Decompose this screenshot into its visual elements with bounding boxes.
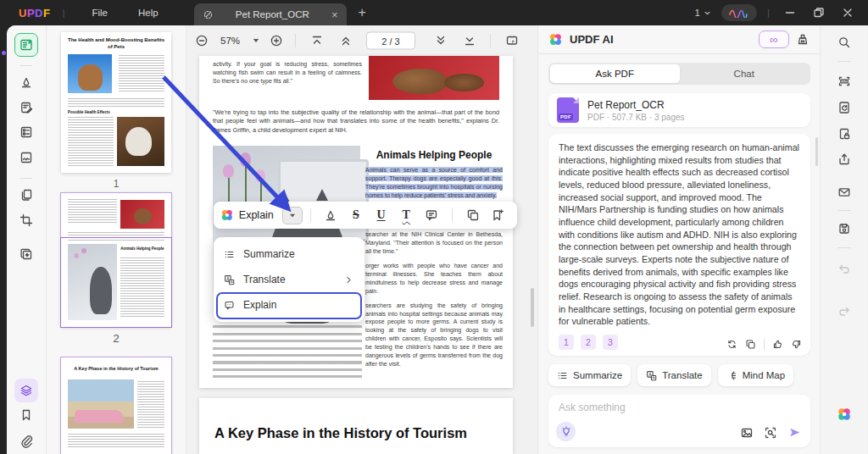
- prompt-ideas-button[interactable]: [556, 422, 576, 441]
- viewer-scrollbar[interactable]: [531, 288, 534, 327]
- divider: [764, 339, 765, 350]
- thumbs-up-icon[interactable]: [772, 339, 783, 350]
- pdf-badge: PDF: [559, 114, 573, 120]
- copy-button[interactable]: [460, 208, 486, 222]
- minimize-button[interactable]: [780, 3, 800, 23]
- zoom-out-button[interactable]: [195, 34, 209, 47]
- protect-pdf-button[interactable]: [837, 127, 851, 141]
- pdf-page-3[interactable]: A Key Phase in the History of Tourism: [199, 398, 513, 454]
- ask-input[interactable]: [559, 401, 796, 413]
- presentation-mode-button[interactable]: [505, 34, 519, 47]
- crop-tool-button[interactable]: [19, 213, 33, 227]
- comment-tool-button[interactable]: [19, 75, 33, 89]
- page2-selected-text[interactable]: Animals can serve as a source of comfort…: [365, 166, 503, 200]
- pdf-file-card[interactable]: PDF Pet Report_OCR PDF · 507.7 KB · 3 pa…: [548, 93, 810, 127]
- thumbs-down-icon[interactable]: [791, 339, 802, 350]
- menu-help[interactable]: Help: [123, 0, 174, 25]
- page-thumbnail-3[interactable]: A Key Phase in the History of Tourism: [61, 357, 171, 454]
- organize-pages-button[interactable]: [19, 188, 33, 202]
- bookmark-icon: [19, 408, 33, 422]
- text-placeholder: [137, 381, 164, 429]
- updf-ai-icon: [220, 208, 234, 222]
- zoom-in-button[interactable]: [270, 34, 283, 47]
- previous-page-button[interactable]: [339, 34, 353, 47]
- unlimited-credits-badge[interactable]: ∞: [759, 30, 789, 48]
- response-actions: [726, 339, 802, 350]
- button-label: Mind Map: [743, 370, 786, 380]
- menu-file[interactable]: File: [76, 0, 123, 25]
- undo-button[interactable]: [837, 263, 851, 276]
- ai-panel-scrollbar[interactable]: [815, 137, 818, 166]
- tab-chat[interactable]: Chat: [680, 64, 810, 83]
- citation-3[interactable]: 3: [603, 335, 618, 350]
- page-thumbnail-1[interactable]: The Health and Mood-Boosting Benefits of…: [61, 32, 171, 173]
- redo-button[interactable]: [837, 305, 851, 318]
- form-icon: [19, 125, 33, 139]
- send-icon[interactable]: [787, 425, 802, 440]
- redo-icon: [837, 305, 851, 318]
- double-chevron-down-icon: [434, 34, 448, 47]
- restore-button[interactable]: [809, 3, 829, 23]
- image-attach-icon[interactable]: [740, 426, 754, 440]
- translate-suggestion-button[interactable]: A Translate: [637, 364, 711, 386]
- tab-close-icon[interactable]: ×: [331, 8, 338, 21]
- scroll-to-top-button[interactable]: [310, 34, 324, 47]
- citation-1[interactable]: 1: [559, 335, 574, 350]
- email-button[interactable]: [837, 185, 851, 199]
- share-button[interactable]: [837, 152, 851, 166]
- menu-item-summarize[interactable]: Summarize: [214, 241, 364, 267]
- citation-2[interactable]: 2: [581, 335, 596, 350]
- ai-actions-dropdown-toggle[interactable]: [282, 207, 303, 224]
- form-tool-button[interactable]: [19, 125, 33, 139]
- double-chevron-up-icon: [339, 34, 353, 47]
- attachments-panel-button[interactable]: [19, 435, 33, 448]
- batch-tool-button[interactable]: [19, 247, 33, 261]
- ai-assistant-button[interactable]: [721, 4, 757, 21]
- bookmarks-panel-button[interactable]: [19, 408, 33, 422]
- divider: [20, 178, 32, 179]
- menu-item-translate[interactable]: A Translate: [214, 267, 364, 292]
- compress-pdf-button[interactable]: [837, 101, 851, 114]
- edit-pdf-button[interactable]: [19, 101, 33, 114]
- selection-context-toolbar: Explain S U T: [214, 202, 517, 229]
- user-count-dropdown[interactable]: 1: [695, 8, 713, 19]
- squiggly-underline-button[interactable]: T: [393, 209, 419, 221]
- search-button[interactable]: [837, 36, 851, 49]
- viewport-indicator[interactable]: [60, 237, 172, 328]
- new-tab-button[interactable]: +: [359, 5, 366, 20]
- layers-panel-button[interactable]: [14, 379, 38, 402]
- strikethrough-button[interactable]: S: [343, 209, 369, 221]
- updf-ai-shortcut-button[interactable]: [837, 407, 852, 425]
- zoom-dropdown-toggle[interactable]: [253, 39, 259, 43]
- menu-item-label: Translate: [243, 274, 286, 285]
- copy-icon[interactable]: [745, 339, 756, 350]
- bookmark-plus-icon: [491, 208, 504, 222]
- save-button[interactable]: [837, 222, 851, 235]
- bookmark-add-button[interactable]: [485, 208, 510, 222]
- reader-mode-button[interactable]: [14, 33, 38, 57]
- summarize-suggestion-button[interactable]: Summarize: [548, 364, 631, 386]
- comment-button[interactable]: [419, 208, 444, 222]
- page-number-box[interactable]: 2 / 3: [366, 32, 415, 50]
- regenerate-icon[interactable]: [726, 339, 737, 350]
- close-button[interactable]: [837, 3, 858, 23]
- highlight-button[interactable]: [319, 208, 344, 222]
- scroll-to-bottom-button[interactable]: [463, 34, 476, 47]
- document-tab[interactable]: Pet Report_OCR ×: [194, 3, 347, 25]
- page-thumbnail-2[interactable]: Animals Helping People: [61, 193, 171, 327]
- screenshot-icon[interactable]: [764, 426, 777, 440]
- page-refresh-icon: [837, 101, 851, 114]
- text-placeholder: [68, 434, 164, 449]
- ocr-button[interactable]: OCR: [837, 75, 851, 88]
- mindmap-suggestion-button[interactable]: Mind Map: [718, 364, 794, 386]
- tab-ask-pdf[interactable]: Ask PDF: [550, 64, 680, 83]
- page2-heading: Animals Helping People: [365, 149, 503, 161]
- underline-button[interactable]: U: [369, 209, 394, 221]
- menu-item-explain[interactable]: Explain: [214, 292, 364, 318]
- sign-tool-button[interactable]: [19, 151, 33, 164]
- ai-panel-title: UPDF AI: [570, 33, 614, 46]
- updf-app-window: UPDF | File Help Pet Report_OCR × + 1 |: [0, 0, 868, 454]
- explain-button[interactable]: Explain: [239, 209, 274, 221]
- next-page-button[interactable]: [434, 34, 448, 47]
- clear-chat-icon[interactable]: [796, 33, 810, 47]
